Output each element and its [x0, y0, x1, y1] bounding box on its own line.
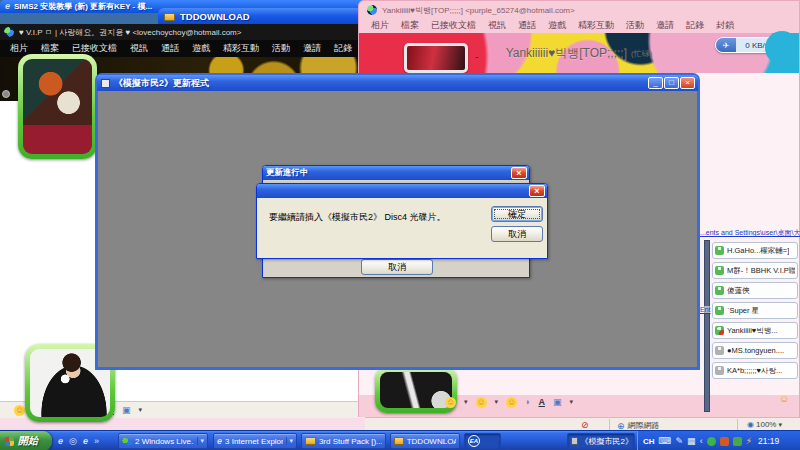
ent-link[interactable]: Ent	[700, 306, 711, 313]
menu-events[interactable]: 活動	[626, 19, 644, 32]
ok-button[interactable]: 確定	[491, 206, 543, 222]
pen-icon[interactable]: ✎	[676, 436, 684, 446]
ime-pad-icon[interactable]: ▦	[687, 436, 696, 446]
file-path-link[interactable]: ...ents and Settings\user\桌面\大成	[700, 228, 800, 238]
ie-window-title: SIMS2 安裝教學 (新) 更新有KEY - 模...	[14, 1, 152, 12]
menu-call[interactable]: 通話	[161, 42, 179, 55]
menu-activities[interactable]: 精彩互動	[223, 42, 259, 55]
taskbar-button-tddownload[interactable]: TDDOWNLOAD	[390, 433, 460, 449]
background-dropdown-icon[interactable]: ▾	[138, 406, 142, 414]
menu-activities[interactable]: 精彩互動	[578, 19, 614, 32]
contact-row[interactable]: ˊSuper 星	[712, 302, 798, 319]
blocked-content-icon[interactable]: ⊘	[581, 420, 589, 430]
close-button[interactable]: ×	[529, 185, 545, 197]
menu-photos[interactable]: 相片	[10, 42, 28, 55]
taskbar-button-label: 3 Internet Explorer	[225, 437, 283, 446]
hide-tray-icons-chevron[interactable]: ‹	[700, 436, 703, 446]
menu-block[interactable]: 封鎖	[716, 19, 734, 32]
left-chat-title: ♥ V.I.P ㅁ | 사랑해요。권지용 ♥ <lovechoychoy@hot…	[19, 27, 241, 38]
progress-dialog-title: 更新進行中	[266, 167, 309, 179]
browser-quicklaunch-icon[interactable]: e	[83, 437, 88, 446]
group-dropdown-icon[interactable]: ▾	[197, 437, 204, 445]
contact-display-picture[interactable]	[404, 43, 468, 73]
group-dropdown-icon[interactable]: ▾	[286, 437, 293, 445]
cancel-button[interactable]: 取消	[491, 226, 543, 242]
contact-row[interactable]: Yankiiiii♥빅뱅...	[712, 322, 798, 339]
taskbar-clock[interactable]: 21:19	[758, 436, 779, 446]
contact-row[interactable]: KA*b;;;;;;♥사랑...	[712, 362, 798, 379]
emoticon-dropdown-icon[interactable]: ▾	[464, 398, 468, 406]
menu-files[interactable]: 檔案	[401, 19, 419, 32]
contact-display-picture[interactable]	[18, 54, 97, 159]
sims-updater-titlebar[interactable]: 《模擬市民2》更新程式	[97, 75, 698, 91]
background-share-icon[interactable]: ▣	[553, 397, 562, 407]
insert-dialog-titlebar[interactable]	[257, 184, 547, 198]
ie-quicklaunch-icon[interactable]: e	[58, 437, 63, 446]
insert-disc-message: 要繼續請插入《模擬市民2》 Disc4 光碟片。	[269, 211, 446, 224]
utility-tray-icon[interactable]	[733, 437, 742, 446]
menu-photos[interactable]: 相片	[371, 19, 389, 32]
background-dropdown-icon[interactable]: ▾	[569, 398, 573, 406]
messenger-tray-icon[interactable]	[707, 437, 716, 446]
menu-video[interactable]: 視訊	[488, 19, 506, 32]
contact-nickname: Yankiiiiii♥빅뱅[TOP;;;;;]	[506, 45, 627, 62]
menu-received-files[interactable]: 已接收文檔	[431, 19, 476, 32]
status-online-icon	[715, 246, 724, 255]
background-share-icon[interactable]: ▣	[122, 405, 131, 415]
tddownload-titlebar[interactable]: TDDOWNLOAD	[158, 8, 390, 25]
close-button[interactable]: ×	[680, 77, 695, 89]
taskbar-button-sims-updater[interactable]: 《模擬市民2》更...	[567, 433, 635, 449]
minimize-button[interactable]: _	[648, 77, 663, 89]
right-chat-title: Yankiiiiii♥빅뱅[TOP;;;;;] <purple_65274@ho…	[382, 5, 575, 16]
sims-updater-title: 《模擬市民2》更新程式	[114, 77, 209, 90]
taskbar-button-stuff-pack[interactable]: 3rd Stuff Pack [)...	[301, 433, 386, 449]
left-chat-titlebar[interactable]: ♥ V.I.P ㅁ | 사랑해요。권지용 ♥ <lovechoychoy@hot…	[0, 24, 365, 40]
menu-games[interactable]: 遊戲	[548, 19, 566, 32]
zoom-control[interactable]: ◉ 100% ▾	[747, 420, 782, 429]
status-busy-icon	[715, 326, 724, 335]
menu-games[interactable]: 遊戲	[192, 42, 210, 55]
menu-events[interactable]: 活動	[272, 42, 290, 55]
antivirus-tray-icon[interactable]	[720, 437, 729, 446]
contact-row[interactable]: 傻蓮俠	[712, 282, 798, 299]
contact-row[interactable]: M群-！BBHK V.I.P聯...	[712, 262, 798, 279]
close-button[interactable]: ×	[511, 167, 527, 179]
menu-invite[interactable]: 邀請	[656, 19, 674, 32]
progress-dialog-titlebar[interactable]: 更新進行中	[263, 166, 529, 180]
show-desktop-icon[interactable]: ◎	[69, 436, 77, 446]
menu-invite[interactable]: 邀請	[303, 42, 321, 55]
webcam-icon[interactable]	[2, 90, 10, 98]
language-indicator[interactable]: CH	[643, 437, 655, 446]
taskbar-button-internet-explorer[interactable]: e 3 Internet Explorer ▾	[213, 433, 297, 449]
nudge-icon[interactable]: ☺	[506, 397, 517, 408]
menu-video[interactable]: 視訊	[130, 42, 148, 55]
contact-name: M群-！BBHK V.I.P聯...	[727, 266, 795, 276]
daemon-tools-tray-icon[interactable]: ⚡	[746, 436, 752, 446]
start-button[interactable]: 開始	[0, 431, 52, 450]
voice-clip-icon[interactable]: ◗	[525, 397, 530, 407]
messenger-icon	[4, 27, 14, 37]
emoticon-picker-icon[interactable]: ☺	[14, 405, 25, 416]
contact-row[interactable]: H.GaHo...權家輔=]	[712, 242, 798, 259]
font-format-icon[interactable]: A	[538, 397, 545, 407]
contact-name: ˊSuper 星	[727, 306, 759, 316]
menu-call[interactable]: 通話	[518, 19, 536, 32]
right-chat-titlebar[interactable]: Yankiiiiii♥빅뱅[TOP;;;;;] <purple_65274@ho…	[359, 3, 799, 17]
menu-history[interactable]: 記錄	[334, 42, 352, 55]
maximize-button[interactable]: □	[664, 77, 679, 89]
wink-dropdown-icon[interactable]: ▾	[495, 398, 499, 406]
taskbar-button-windows-live[interactable]: 2 Windows Live... ▾	[118, 433, 208, 449]
progress-cancel-button[interactable]: 取消	[361, 259, 433, 275]
collapse-picture-icon[interactable]: -	[475, 51, 478, 62]
menu-history[interactable]: 記錄	[686, 19, 704, 32]
zoom-dropdown-icon[interactable]: ▾	[778, 421, 782, 429]
wink-picker-icon[interactable]: ☺	[476, 397, 487, 408]
keyboard-icon[interactable]: ⌨	[659, 436, 672, 446]
insert-disc-dialog: × 要繼續請插入《模擬市民2》 Disc4 光碟片。 確定 取消	[256, 183, 548, 259]
contact-row[interactable]: ●MS.tongyuen....	[712, 342, 798, 359]
folder-icon	[305, 437, 316, 445]
quicklaunch-overflow-icon[interactable]: »	[94, 436, 99, 446]
taskbar-button-ea[interactable]: EA	[464, 433, 501, 449]
taskbar: 開始 e ◎ e » 2 Windows Live... ▾ e 3 Inter…	[0, 430, 800, 450]
emoticon-picker-icon[interactable]: ☺	[445, 397, 456, 408]
